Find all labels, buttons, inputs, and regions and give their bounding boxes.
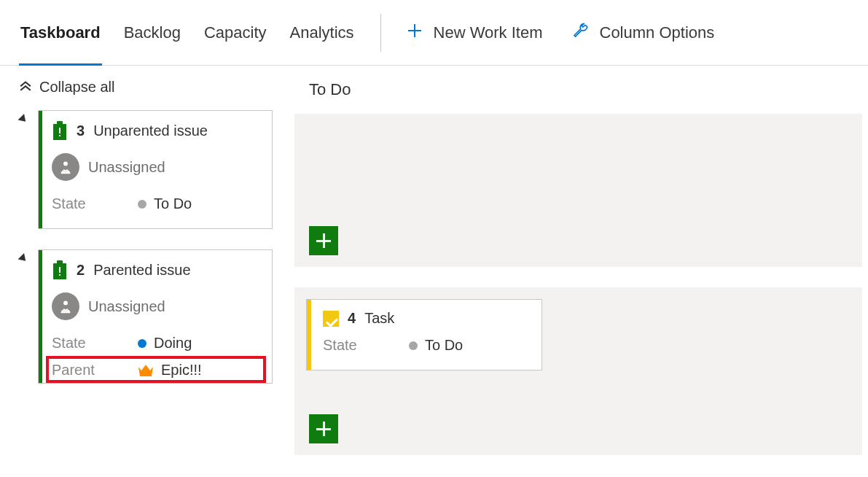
tab-analytics[interactable]: Analytics bbox=[289, 0, 356, 65]
svg-point-10 bbox=[63, 300, 68, 305]
card-stripe bbox=[39, 250, 42, 383]
assignee-label: Unassigned bbox=[88, 298, 165, 315]
assignee-label: Unassigned bbox=[88, 159, 165, 176]
collapse-icon bbox=[19, 79, 32, 96]
issue-icon bbox=[52, 121, 68, 140]
column-options-label: Column Options bbox=[600, 23, 715, 42]
state-dot-icon bbox=[138, 339, 146, 348]
work-item-title: Task bbox=[364, 310, 394, 327]
parent-field[interactable]: Parent Epic!!! bbox=[52, 362, 260, 379]
swimlane-dropzone[interactable] bbox=[294, 114, 862, 267]
collapse-all-button[interactable]: Collapse all bbox=[19, 79, 294, 96]
new-work-item-button[interactable]: New Work Item bbox=[406, 22, 543, 44]
svg-point-4 bbox=[63, 161, 68, 166]
state-value: To Do bbox=[154, 195, 192, 212]
state-label: State bbox=[52, 195, 138, 212]
task-card[interactable]: 4 Task State To Do bbox=[306, 299, 542, 371]
work-item-title: Parented issue bbox=[93, 262, 190, 279]
state-field[interactable]: State Doing bbox=[52, 335, 260, 352]
tab-bar: Taskboard Backlog Capacity Analytics New… bbox=[0, 0, 868, 66]
add-task-button[interactable] bbox=[309, 226, 338, 255]
expand-toggle[interactable] bbox=[18, 253, 29, 264]
assignee-field[interactable]: Unassigned bbox=[52, 292, 260, 320]
svg-rect-2 bbox=[59, 128, 60, 133]
state-label: State bbox=[323, 337, 409, 354]
state-label: State bbox=[52, 335, 138, 352]
parent-value: Epic!!! bbox=[161, 362, 202, 379]
task-icon bbox=[323, 311, 339, 327]
svg-rect-7 bbox=[57, 260, 63, 265]
svg-rect-3 bbox=[59, 135, 60, 136]
work-item-id: 3 bbox=[77, 123, 85, 139]
work-item-title: Unparented issue bbox=[93, 123, 208, 139]
state-value: To Do bbox=[425, 337, 463, 354]
svg-rect-1 bbox=[57, 121, 63, 125]
state-dot-icon bbox=[409, 341, 418, 350]
assignee-field[interactable]: Unassigned bbox=[52, 153, 260, 181]
state-dot-icon bbox=[138, 200, 146, 209]
tab-backlog[interactable]: Backlog bbox=[122, 0, 182, 65]
column-header-todo: To Do bbox=[294, 79, 862, 99]
new-work-item-label: New Work Item bbox=[434, 23, 543, 42]
issue-icon bbox=[52, 260, 68, 279]
svg-rect-9 bbox=[59, 274, 60, 276]
divider bbox=[380, 14, 381, 52]
state-field[interactable]: State To Do bbox=[52, 195, 260, 212]
wrench-icon bbox=[571, 21, 590, 44]
card-stripe bbox=[39, 111, 42, 228]
expand-toggle[interactable] bbox=[18, 114, 29, 125]
svg-rect-8 bbox=[59, 267, 60, 273]
tab-taskboard[interactable]: Taskboard bbox=[19, 0, 102, 65]
state-field[interactable]: State To Do bbox=[323, 337, 530, 354]
collapse-all-label: Collapse all bbox=[39, 79, 114, 96]
unassigned-avatar-icon bbox=[52, 153, 79, 181]
unassigned-avatar-icon bbox=[52, 292, 79, 320]
backlog-card[interactable]: 2 Parented issue Unassigned State Doing bbox=[38, 249, 273, 384]
work-item-id: 2 bbox=[77, 262, 85, 279]
card-stripe bbox=[307, 300, 311, 370]
column-options-button[interactable]: Column Options bbox=[571, 21, 715, 44]
plus-icon bbox=[406, 22, 423, 44]
tab-capacity[interactable]: Capacity bbox=[203, 0, 268, 65]
state-value: Doing bbox=[154, 335, 192, 352]
work-item-id: 4 bbox=[348, 310, 356, 327]
epic-crown-icon bbox=[138, 364, 154, 377]
parent-label: Parent bbox=[52, 362, 138, 379]
swimlane-dropzone[interactable]: 4 Task State To Do bbox=[294, 287, 862, 455]
add-task-button[interactable] bbox=[309, 414, 338, 443]
parent-highlight-box: Parent Epic!!! bbox=[46, 356, 266, 383]
backlog-card[interactable]: 3 Unparented issue Unassigned State To D… bbox=[38, 110, 273, 229]
